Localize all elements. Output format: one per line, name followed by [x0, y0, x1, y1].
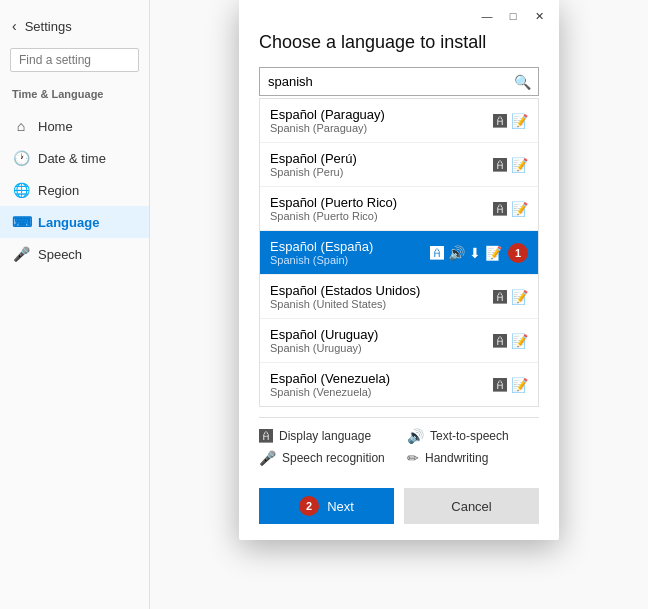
feature-display-label: Display language: [279, 429, 371, 443]
lang-icons-peru: 🅰 📝: [493, 157, 528, 173]
lang-name-estados-unidos: Español (Estados Unidos): [270, 283, 493, 298]
lang-item-espana[interactable]: Español (España) Spanish (Spain) 🅰 🔊 ⬇ 📝…: [260, 231, 538, 275]
sidebar-section-title: Time & Language: [0, 78, 149, 104]
feature-tts-label: Text-to-speech: [430, 429, 509, 443]
sidebar-item-home[interactable]: ⌂ Home: [0, 110, 149, 142]
download-icon: ⬇: [469, 245, 481, 261]
feature-display-language: 🅰 Display language: [259, 428, 391, 444]
cancel-button[interactable]: Cancel: [404, 488, 539, 524]
handwriting-icon-6: 📝: [511, 333, 528, 349]
handwriting-icon-3: 📝: [511, 201, 528, 217]
close-button[interactable]: ✕: [527, 6, 551, 26]
mic-icon: 🎤: [12, 246, 30, 262]
lang-icons-puerto-rico: 🅰 📝: [493, 201, 528, 217]
sidebar-item-language[interactable]: ⌨ Language: [0, 206, 149, 238]
lang-sub-peru: Spanish (Peru): [270, 166, 493, 178]
sidebar-item-region[interactable]: 🌐 Region: [0, 174, 149, 206]
feature-speech-label: Speech recognition: [282, 451, 385, 465]
feature-handwriting: ✏ Handwriting: [407, 450, 539, 466]
sidebar-back-button[interactable]: ‹ Settings: [0, 10, 149, 42]
home-icon: ⌂: [12, 118, 30, 134]
lang-name-uruguay: Español (Uruguay): [270, 327, 493, 342]
sidebar-find-container: [10, 48, 139, 72]
dialog-buttons: 2 Next Cancel: [259, 488, 539, 524]
display-lang-icon-2: 🅰: [493, 157, 507, 173]
lang-item-paraguay[interactable]: Español (Paraguay) Spanish (Paraguay) 🅰 …: [260, 99, 538, 143]
sidebar-item-home-label: Home: [38, 119, 73, 134]
display-lang-icon-5: 🅰: [493, 289, 507, 305]
lang-name-espana: Español (España): [270, 239, 430, 254]
lang-icons-estados-unidos: 🅰 📝: [493, 289, 528, 305]
lang-name-venezuela: Español (Venezuela): [270, 371, 493, 386]
lang-icons-espana: 🅰 🔊 ⬇ 📝: [430, 245, 502, 261]
sidebar: ‹ Settings Time & Language ⌂ Home 🕐 Date…: [0, 0, 150, 609]
lang-item-venezuela[interactable]: Español (Venezuela) Spanish (Venezuela) …: [260, 363, 538, 406]
keyboard-icon: ⌨: [12, 214, 30, 230]
globe-icon: 🌐: [12, 182, 30, 198]
lang-icons-paraguay: 🅰 📝: [493, 113, 528, 129]
minimize-button[interactable]: —: [475, 6, 499, 26]
find-setting-input[interactable]: [10, 48, 139, 72]
sidebar-item-datetime[interactable]: 🕐 Date & time: [0, 142, 149, 174]
language-dialog: — □ ✕ Choose a language to install 🔍 Esp…: [239, 0, 559, 540]
lang-item-peru[interactable]: Español (Perú) Spanish (Peru) 🅰 📝: [260, 143, 538, 187]
lang-item-uruguay[interactable]: Español (Uruguay) Spanish (Uruguay) 🅰 📝: [260, 319, 538, 363]
feature-speech-recognition: 🎤 Speech recognition: [259, 450, 391, 466]
next-button[interactable]: 2 Next: [259, 488, 394, 524]
lang-icons-uruguay: 🅰 📝: [493, 333, 528, 349]
language-search-input[interactable]: [260, 68, 506, 95]
main-content: — □ ✕ Choose a language to install 🔍 Esp…: [150, 0, 648, 609]
handwriting-icon-7: 📝: [511, 377, 528, 393]
lang-sub-puerto-rico: Spanish (Puerto Rico): [270, 210, 493, 222]
dialog-titlebar: — □ ✕: [239, 0, 559, 32]
search-row: 🔍: [259, 67, 539, 96]
feature-legend: 🅰 Display language 🔊 Text-to-speech 🎤 Sp…: [259, 417, 539, 476]
display-lang-icon-7: 🅰: [493, 377, 507, 393]
sidebar-item-language-label: Language: [38, 215, 99, 230]
display-lang-icon-4: 🅰: [430, 245, 444, 261]
dialog-body: Choose a language to install 🔍 Español (…: [239, 32, 559, 540]
feature-tts: 🔊 Text-to-speech: [407, 428, 539, 444]
lang-icons-venezuela: 🅰 📝: [493, 377, 528, 393]
lang-name-peru: Español (Perú): [270, 151, 493, 166]
handwriting-icon-4: 📝: [485, 245, 502, 261]
lang-item-estados-unidos[interactable]: Español (Estados Unidos) Spanish (United…: [260, 275, 538, 319]
step-badge-1: 1: [508, 243, 528, 263]
sidebar-item-region-label: Region: [38, 183, 79, 198]
display-lang-icon: 🅰: [493, 113, 507, 129]
handwriting-icon-2: 📝: [511, 157, 528, 173]
sidebar-nav: ⌂ Home 🕐 Date & time 🌐 Region ⌨ Language…: [0, 104, 149, 276]
language-list[interactable]: Español (Paraguay) Spanish (Paraguay) 🅰 …: [259, 98, 539, 407]
lang-sub-venezuela: Spanish (Venezuela): [270, 386, 493, 398]
search-icon: 🔍: [506, 74, 538, 90]
next-button-label: Next: [327, 499, 354, 514]
lang-name-paraguay: Español (Paraguay): [270, 107, 493, 122]
back-arrow-icon: ‹: [12, 18, 17, 34]
display-lang-icon-3: 🅰: [493, 201, 507, 217]
feature-handwriting-label: Handwriting: [425, 451, 488, 465]
handwriting-icon-5: 📝: [511, 289, 528, 305]
lang-sub-uruguay: Spanish (Uruguay): [270, 342, 493, 354]
step-badge-2: 2: [299, 496, 319, 516]
lang-sub-paraguay: Spanish (Paraguay): [270, 122, 493, 134]
handwriting-legend-icon: ✏: [407, 450, 419, 466]
sidebar-item-datetime-label: Date & time: [38, 151, 106, 166]
lang-sub-espana: Spanish (Spain): [270, 254, 430, 266]
tts-legend-icon: 🔊: [407, 428, 424, 444]
lang-sub-estados-unidos: Spanish (United States): [270, 298, 493, 310]
sidebar-item-speech[interactable]: 🎤 Speech: [0, 238, 149, 270]
speech-legend-icon: 🎤: [259, 450, 276, 466]
tts-icon: 🔊: [448, 245, 465, 261]
display-lang-legend-icon: 🅰: [259, 428, 273, 444]
maximize-button[interactable]: □: [501, 6, 525, 26]
handwriting-icon: 📝: [511, 113, 528, 129]
sidebar-item-speech-label: Speech: [38, 247, 82, 262]
lang-item-puerto-rico[interactable]: Español (Puerto Rico) Spanish (Puerto Ri…: [260, 187, 538, 231]
display-lang-icon-6: 🅰: [493, 333, 507, 349]
dialog-title: Choose a language to install: [259, 32, 539, 53]
clock-icon: 🕐: [12, 150, 30, 166]
lang-name-puerto-rico: Español (Puerto Rico): [270, 195, 493, 210]
sidebar-back-label: Settings: [25, 19, 72, 34]
